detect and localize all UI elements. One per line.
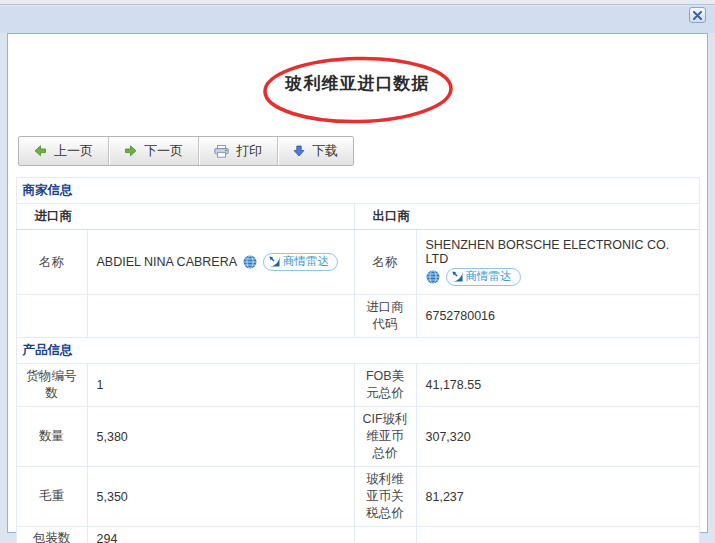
arrow-down-icon [293, 145, 305, 157]
gross-weight-value: 5,350 [87, 467, 354, 527]
print-label: 打印 [236, 142, 262, 160]
table-row: 包装数 294 [16, 527, 699, 543]
empty-cell [87, 295, 354, 338]
printer-icon [214, 145, 229, 158]
empty-cell [16, 295, 87, 338]
fob-usd-value: 41,178.55 [416, 364, 699, 407]
toolbar: 上一页 下一页 打印 下载 [18, 136, 354, 166]
importer-code-value: 6752780016 [416, 295, 699, 338]
importer-name-value: ABDIEL NINA CABRERA [97, 255, 238, 269]
section-header-merchant: 商家信息 [16, 178, 699, 204]
fob-usd-label: FOB美元总价 [354, 364, 416, 407]
importer-column-header: 进口商 [16, 204, 354, 230]
business-radar-label: 商情雷达 [283, 254, 329, 269]
globe-icon[interactable] [243, 255, 257, 269]
tariff-bob-value: 81,237 [416, 467, 699, 527]
download-button[interactable]: 下载 [278, 137, 353, 165]
cargo-count-value: 1 [87, 364, 354, 407]
cargo-count-label: 货物编号数 [16, 364, 87, 407]
importer-name-cell: ABDIEL NINA CABRERA [87, 230, 354, 295]
print-button[interactable]: 打印 [199, 137, 278, 165]
dialog-titlebar [0, 6, 715, 33]
next-page-button[interactable]: 下一页 [109, 137, 199, 165]
gross-weight-label: 毛重 [16, 467, 87, 527]
table-row: 毛重 5,350 玻利维亚币关税总价 81,237 [16, 467, 699, 527]
table-row: 进口商代码 6752780016 [16, 295, 699, 338]
prev-page-button[interactable]: 上一页 [19, 137, 109, 165]
download-label: 下载 [312, 142, 338, 160]
dialog-content: 玻利维亚进口数据 上一页 下一页 [7, 33, 708, 533]
exporter-name-value: SHENZHEN BORSCHE ELECTRONIC CO. LTD [426, 238, 693, 266]
exporter-name-cell: SHENZHEN BORSCHE ELECTRONIC CO. LTD [416, 230, 699, 295]
empty-cell [354, 527, 416, 543]
table-row: 名称 ABDIEL NINA CABRERA [16, 230, 699, 295]
exporter-name-label: 名称 [354, 230, 416, 295]
radar-icon [269, 256, 280, 267]
importer-name-label: 名称 [16, 230, 87, 295]
page-title: 玻利维亚进口数据 [286, 60, 430, 95]
close-button[interactable] [689, 7, 706, 23]
table-row: 货物编号数 1 FOB美元总价 41,178.55 [16, 364, 699, 407]
quantity-label: 数量 [16, 407, 87, 467]
section-header-product: 产品信息 [16, 338, 699, 364]
empty-cell [416, 527, 699, 543]
next-page-label: 下一页 [144, 142, 183, 160]
close-icon [693, 11, 702, 20]
arrow-right-icon [124, 145, 137, 157]
business-radar-button[interactable]: 商情雷达 [446, 268, 521, 286]
importer-code-label: 进口商代码 [354, 295, 416, 338]
package-count-value: 294 [87, 527, 354, 543]
title-area: 玻利维亚进口数据 [8, 60, 707, 106]
cif-bob-label: CIF玻利维亚币总价 [354, 407, 416, 467]
package-count-label: 包装数 [16, 527, 87, 543]
globe-icon[interactable] [426, 270, 440, 284]
table-row: 数量 5,380 CIF玻利维亚币总价 307,320 [16, 407, 699, 467]
arrow-left-icon [34, 145, 47, 157]
business-radar-label: 商情雷达 [466, 269, 512, 284]
quantity-value: 5,380 [87, 407, 354, 467]
exporter-column-header: 出口商 [354, 204, 699, 230]
window-top-strip [0, 0, 715, 5]
cif-bob-value: 307,320 [416, 407, 699, 467]
detail-table: 商家信息 进口商 出口商 名称 ABDIEL NINA CABRERA [16, 177, 700, 543]
business-radar-button[interactable]: 商情雷达 [263, 253, 338, 271]
prev-page-label: 上一页 [54, 142, 93, 160]
radar-icon [452, 271, 463, 282]
dialog-window: 玻利维亚进口数据 上一页 下一页 [0, 0, 715, 543]
tariff-bob-label: 玻利维亚币关税总价 [354, 467, 416, 527]
